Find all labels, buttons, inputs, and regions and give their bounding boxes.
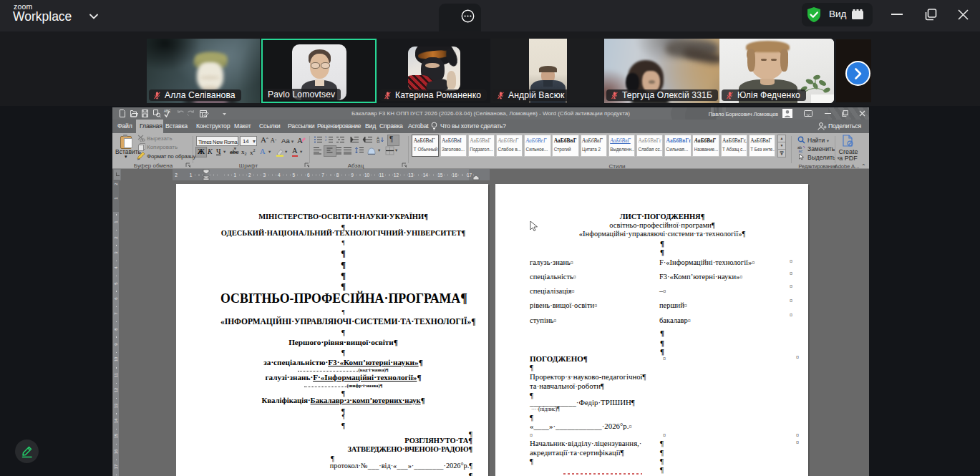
svg-text:А: А (297, 136, 303, 145)
svg-text:ac: ac (799, 149, 803, 152)
svg-text:Я: Я (377, 140, 379, 144)
svg-text:2: 2 (325, 138, 327, 142)
